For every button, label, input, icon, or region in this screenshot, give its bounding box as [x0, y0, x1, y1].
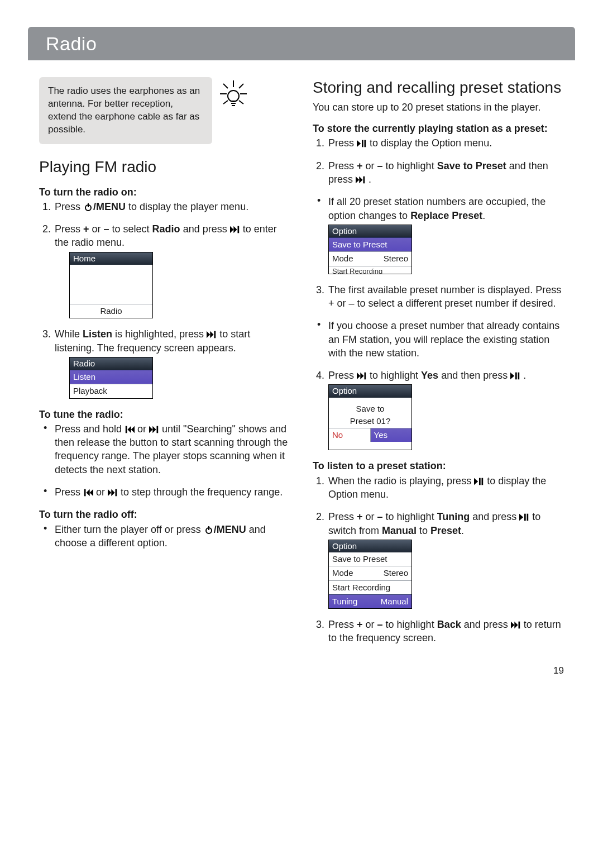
subhead-turn-on: To turn the radio on:: [39, 185, 290, 199]
device-menu-home: Home Radio: [69, 252, 153, 319]
play-pause-icon: [357, 140, 367, 147]
left-column: The radio uses the earphones as an anten…: [39, 77, 290, 654]
device-menu-item-highlighted: Save to Preset: [329, 237, 411, 251]
step: When the radio is playing, press to disp…: [327, 474, 564, 502]
step: Press /MENU to display the player menu.: [54, 200, 290, 213]
device-menu-confirm: Option Save to Preset 01? No Yes: [328, 384, 412, 450]
play-pause-icon: [510, 372, 520, 380]
device-menu-item-highlighted: Listen: [70, 370, 152, 384]
device-titlebar: Radio: [70, 357, 152, 370]
fast-forward-icon: [356, 176, 366, 184]
device-option-no: No: [329, 428, 370, 442]
tip-box: The radio uses the earphones as an anten…: [39, 77, 212, 144]
device-menu-radio: Radio Listen Playback: [69, 357, 153, 399]
device-menu-item: ModeStereo: [329, 251, 411, 265]
section-presets: Storing and recalling preset stations: [313, 77, 564, 98]
power-icon: [83, 203, 93, 211]
fast-forward-icon: [108, 489, 118, 497]
subhead-listen-preset: To listen to a preset station:: [313, 459, 564, 473]
step: Press to highlight Yes and then press . …: [327, 369, 564, 450]
device-option-yes-highlighted: Yes: [370, 428, 412, 442]
power-icon: [204, 526, 214, 534]
fast-rewind-icon: [125, 426, 135, 433]
step: Press + or – to highlight Back and press…: [327, 618, 564, 645]
page-title: Radio: [46, 33, 97, 55]
fast-rewind-icon: [83, 489, 93, 497]
step: Press + or – to highlight Tuning and pre…: [327, 510, 564, 609]
step: Press + or – to highlight Save to Preset…: [327, 159, 564, 187]
device-menu-item-clipped: Start Recording: [329, 266, 411, 274]
play-pause-icon: [474, 478, 484, 485]
device-titlebar: Option: [329, 385, 411, 397]
section-playing-fm: Playing FM radio: [39, 156, 290, 178]
right-column: Storing and recalling preset stations Yo…: [313, 77, 564, 654]
subhead-turn-off: To turn the radio off:: [39, 508, 290, 521]
intro-text: You can store up to 20 preset stations i…: [313, 101, 564, 114]
play-pause-icon: [519, 513, 529, 521]
fast-forward-icon: [230, 226, 240, 233]
device-menu-option-tuning: Option Save to Preset ModeStereo Start R…: [328, 540, 412, 609]
subhead-store-preset: To store the currently playing station a…: [313, 122, 564, 135]
step: Press to display the Option menu.: [327, 136, 564, 150]
page-header: Radio: [28, 27, 575, 60]
device-menu-item: Save to Preset: [329, 552, 411, 566]
bullet: Either turn the player off or press /MEN…: [54, 523, 290, 550]
device-prompt-line: Save to: [329, 402, 411, 416]
step: While Listen is highlighted, press to st…: [54, 327, 290, 398]
device-prompt-line: Preset 01?: [329, 416, 411, 428]
bullet: If all 20 preset station numbers are occ…: [327, 195, 564, 274]
fast-forward-icon: [357, 372, 367, 380]
device-menu-item: ModeStereo: [329, 566, 411, 580]
device-titlebar: Option: [329, 540, 411, 552]
device-menu-item: Radio: [70, 304, 152, 318]
bullet: If you choose a preset number that alrea…: [327, 319, 564, 360]
step: The first available preset number is dis…: [327, 283, 564, 311]
device-menu-item: Start Recording: [329, 580, 411, 594]
tip-text: The radio uses the earphones as an anten…: [48, 85, 200, 135]
fast-forward-icon: [207, 331, 217, 338]
step: Press + or – to select Radio and press t…: [54, 222, 290, 318]
device-titlebar: Home: [70, 252, 152, 265]
device-menu-option: Option Save to Preset ModeStereo Start R…: [328, 225, 412, 274]
bullet: Press and hold or until "Searching" show…: [54, 422, 290, 476]
device-menu-item-highlighted: TuningManual: [329, 594, 411, 608]
fast-forward-icon: [511, 621, 521, 629]
fast-forward-icon: [149, 426, 159, 433]
device-menu-item: Playback: [70, 384, 152, 398]
page-number: 19: [553, 665, 564, 676]
bullet: Press or to step through the frequency r…: [54, 485, 290, 499]
subhead-tune: To tune the radio:: [39, 408, 290, 421]
device-titlebar: Option: [329, 225, 411, 237]
lightbulb-icon: [217, 77, 250, 111]
